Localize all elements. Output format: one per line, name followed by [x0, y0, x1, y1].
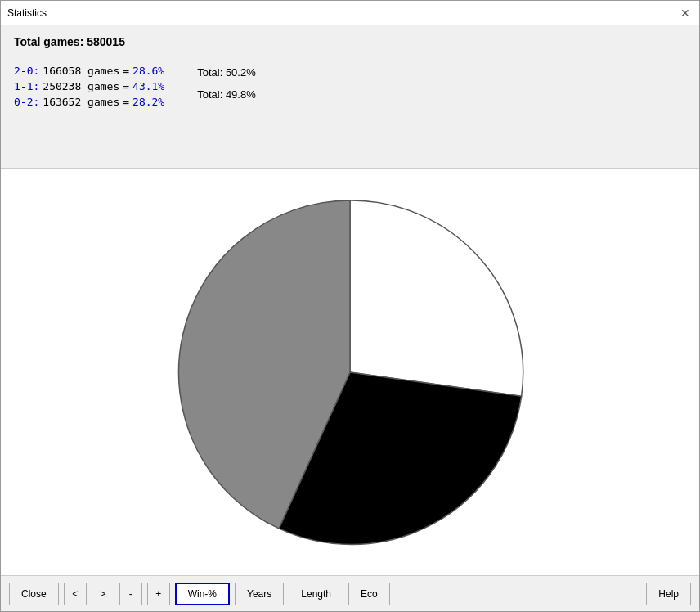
close-button[interactable]: Close: [9, 583, 59, 605]
total-2-label: Total: 49.8%: [197, 88, 256, 101]
pct-1-1: 43.1%: [132, 80, 164, 92]
pie-white-slice: [350, 200, 523, 395]
eq-1-1: =: [123, 80, 129, 92]
window-title: Statistics: [7, 7, 47, 19]
pct-0-2: 28.2%: [132, 96, 164, 108]
stats-panel: Total games: 580015 2-0: 166058 games = …: [1, 25, 699, 169]
score-0-2: 0-2:: [14, 96, 39, 108]
score-2-0: 2-0:: [14, 65, 39, 77]
close-icon[interactable]: ✕: [678, 6, 693, 20]
next-button[interactable]: >: [92, 583, 114, 605]
total-games-label: Total games: 580015: [14, 35, 686, 48]
total-1-label: Total: 50.2%: [197, 66, 256, 79]
eq-2-0: =: [123, 65, 129, 77]
years-button[interactable]: Years: [235, 583, 284, 605]
games-0-2: 163652 games: [43, 96, 119, 108]
bottom-bar: Close < > - + Win-% Years Length Eco Hel…: [1, 575, 699, 611]
stat-row-0-2: 0-2: 163652 games = 28.2%: [14, 96, 164, 108]
statistics-window: Statistics ✕ Total games: 580015 2-0: 16…: [0, 0, 700, 612]
win-pct-button[interactable]: Win-%: [175, 583, 230, 605]
minus-button[interactable]: -: [119, 583, 142, 605]
stat-row-2-0: 2-0: 166058 games = 28.6%: [14, 65, 164, 77]
stat-row-1-1: 1-1: 250238 games = 43.1%: [14, 80, 164, 92]
pie-chart: [170, 192, 530, 552]
games-2-0: 166058 games: [43, 65, 119, 77]
help-button[interactable]: Help: [646, 583, 691, 605]
pct-2-0: 28.6%: [132, 65, 164, 77]
stats-left: 2-0: 166058 games = 28.6% 1-1: 250238 ga…: [14, 65, 164, 110]
length-button[interactable]: Length: [289, 583, 343, 605]
title-bar: Statistics ✕: [1, 1, 699, 25]
stats-rows: 2-0: 166058 games = 28.6% 1-1: 250238 ga…: [14, 65, 686, 110]
plus-button[interactable]: +: [147, 583, 170, 605]
score-1-1: 1-1:: [14, 80, 39, 92]
stats-right: Total: 50.2% Total: 49.8%: [197, 65, 256, 110]
chart-area: [1, 169, 699, 575]
eq-0-2: =: [123, 96, 129, 108]
eco-button[interactable]: Eco: [348, 583, 390, 605]
prev-button[interactable]: <: [64, 583, 87, 605]
games-1-1: 250238 games: [43, 80, 119, 92]
